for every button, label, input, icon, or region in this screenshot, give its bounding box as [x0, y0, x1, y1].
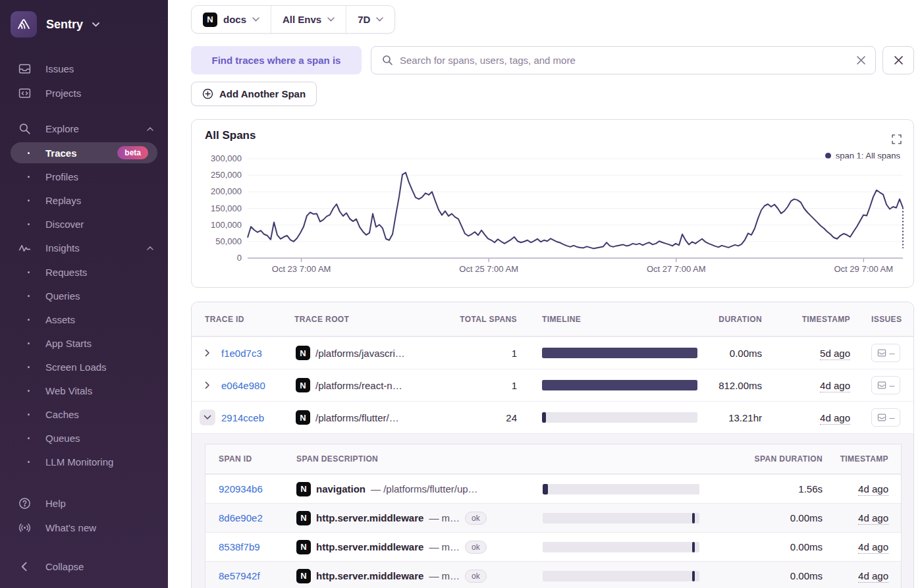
sidebar-item-traces[interactable]: Traces beta	[11, 142, 157, 163]
span-search-input[interactable]	[400, 55, 850, 66]
span-op: http.server.middleware	[316, 512, 423, 523]
span-detail: — m…	[429, 541, 460, 552]
header-span-timestamp: TIMESTAMP	[823, 454, 888, 464]
sidebar-item-llm-monitoring[interactable]: LLM Monitoring	[0, 450, 168, 473]
chevron-down-icon	[327, 17, 335, 22]
spans-subtable: SPAN ID SPAN DESCRIPTION SPAN DURATION T…	[205, 444, 902, 588]
span-id-link[interactable]: 8d6e90e2	[219, 512, 296, 523]
timeline-bar	[542, 348, 697, 358]
span-duration: 0.00ms	[699, 541, 823, 552]
table-row: f1e0d7c3 N /platforms/javascri… 1 0.00ms…	[192, 336, 913, 369]
project-selector[interactable]: N docs	[192, 6, 271, 33]
span-status-badge: ok	[465, 541, 487, 554]
nextjs-project-icon: N	[296, 482, 311, 496]
search-icon	[382, 55, 393, 66]
expand-row-button[interactable]	[200, 345, 215, 361]
duration: 812.00ms	[697, 380, 762, 391]
issues-icon	[877, 381, 886, 389]
sidebar-item-issues[interactable]: Issues	[0, 57, 168, 81]
sidebar-item-screen-loads[interactable]: Screen Loads	[0, 355, 168, 379]
projects-icon	[18, 87, 31, 99]
timestamp: 4d ago	[820, 380, 850, 392]
sidebar-item-assets[interactable]: Assets	[0, 307, 168, 331]
sidebar: Sentry Issues Projects Explore Traces be…	[0, 0, 168, 588]
nextjs-project-icon: N	[296, 410, 310, 425]
span-id-link[interactable]: 920934b6	[219, 483, 296, 494]
span-op: navigation	[316, 483, 366, 494]
span-id-link[interactable]: 8538f7b9	[219, 541, 296, 552]
bullet-icon	[28, 271, 30, 273]
spans-subtable-header: SPAN ID SPAN DESCRIPTION SPAN DURATION T…	[205, 444, 901, 474]
span-timestamp: 4d ago	[858, 541, 888, 554]
total-spans: 1	[497, 380, 517, 391]
chart-title: All Spans	[205, 129, 256, 142]
bullet-icon	[28, 295, 30, 297]
trace-id-link[interactable]: e064e980	[221, 380, 296, 391]
chevron-down-icon	[92, 22, 99, 27]
trace-root: /platforms/javascri…	[315, 348, 497, 359]
issues-button[interactable]: –	[871, 376, 900, 394]
sidebar-item-queries[interactable]: Queries	[0, 284, 168, 307]
sidebar-item-discover[interactable]: Discover	[0, 212, 168, 236]
sidebar-item-projects[interactable]: Projects	[0, 81, 168, 105]
sidebar-section-explore[interactable]: Explore	[0, 117, 168, 141]
environment-selector[interactable]: All Envs	[271, 6, 346, 33]
traces-table: TRACE ID TRACE ROOT TOTAL SPANS TIMELINE…	[191, 302, 914, 588]
issues-button[interactable]: –	[871, 408, 900, 427]
chevron-left-icon	[18, 560, 31, 573]
date-range-selector[interactable]: 7D	[346, 6, 394, 33]
bullet-icon	[28, 437, 30, 439]
chevron-up-icon	[147, 127, 153, 131]
bullet-icon	[28, 390, 30, 392]
span-status-badge: ok	[465, 570, 487, 583]
remove-span-filter-button[interactable]	[882, 46, 914, 74]
close-icon	[894, 55, 904, 65]
x-axis-labels: Oct 23 7:00 AMOct 25 7:00 AMOct 27 7:00 …	[248, 264, 906, 276]
header-duration: DURATION	[697, 315, 762, 324]
expand-chart-button[interactable]	[892, 134, 902, 144]
sidebar-item-requests[interactable]: Requests	[0, 260, 168, 284]
table-row: 2914cceb N /platforms/flutter/… 24 13.21…	[192, 401, 913, 433]
timeline-bar	[542, 380, 697, 390]
sidebar-item-profiles[interactable]: Profiles	[0, 165, 168, 188]
sidebar-item-help[interactable]: Help	[0, 491, 168, 516]
org-switcher[interactable]: Sentry	[0, 0, 168, 41]
nextjs-project-icon: N	[296, 346, 310, 360]
page-filters: N docs All Envs 7D	[191, 5, 395, 34]
span-id-link[interactable]: 8e57942f	[219, 570, 296, 581]
span-op: http.server.middleware	[316, 541, 423, 552]
sidebar-item-caches[interactable]: Caches	[0, 402, 168, 426]
span-timeline-bar	[543, 542, 699, 552]
chevron-right-icon	[205, 381, 210, 389]
sidebar-collapse-button[interactable]: Collapse	[0, 554, 168, 579]
sidebar-item-app-starts[interactable]: App Starts	[0, 331, 168, 355]
expand-row-button[interactable]	[200, 377, 215, 393]
collapse-row-button[interactable]	[200, 410, 215, 425]
clear-search-icon[interactable]	[856, 55, 866, 65]
help-icon	[18, 497, 31, 510]
all-spans-chart-panel: All Spans span 1: All spans 300,000250,0…	[191, 119, 914, 288]
sidebar-item-replays[interactable]: Replays	[0, 188, 168, 212]
sidebar-item-queues[interactable]: Queues	[0, 426, 168, 450]
sidebar-item-whats-new[interactable]: What's new	[0, 516, 168, 540]
add-another-span-button[interactable]: Add Another Span	[191, 82, 317, 106]
sidebar-item-web-vitals[interactable]: Web Vitals	[0, 379, 168, 402]
nextjs-project-icon: N	[296, 569, 311, 583]
span-duration: 0.00ms	[699, 512, 823, 523]
span-timestamp: 4d ago	[858, 512, 888, 525]
issues-icon	[877, 414, 886, 421]
bullet-icon	[28, 176, 30, 178]
trace-root: /platforms/react-n…	[315, 380, 497, 391]
header-issues: ISSUES	[871, 315, 914, 324]
total-spans: 1	[497, 348, 517, 359]
trace-id-link[interactable]: 2914cceb	[221, 412, 296, 423]
sidebar-section-insights[interactable]: Insights	[0, 236, 168, 260]
expanded-spans-panel: SPAN ID SPAN DESCRIPTION SPAN DURATION T…	[192, 433, 913, 588]
span-timestamp: 4d ago	[858, 570, 888, 583]
bullet-icon	[28, 200, 30, 201]
issues-button[interactable]: –	[871, 344, 900, 362]
sidebar-nav: Issues Projects Explore Traces beta Prof…	[0, 57, 168, 588]
org-name: Sentry	[46, 18, 83, 32]
span-detail: — m…	[429, 570, 460, 581]
trace-id-link[interactable]: f1e0d7c3	[221, 348, 296, 359]
